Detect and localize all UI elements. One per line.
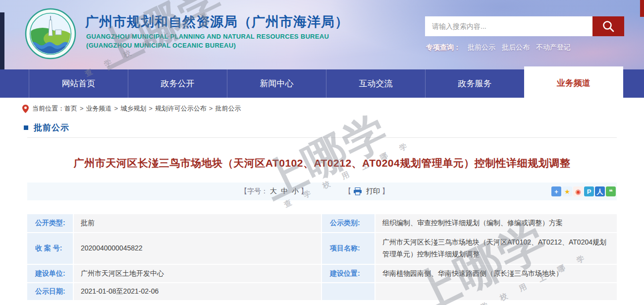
info-label-r3-c1: 建设单位:: [27, 265, 73, 282]
info-label-r4-c1: 公示日期:: [27, 283, 73, 300]
font-size-small[interactable]: 小: [292, 187, 299, 195]
quick-link-1[interactable]: 批前公示: [468, 43, 495, 51]
breadcrumb-separator: >: [209, 105, 213, 112]
print-label: 打印: [366, 187, 380, 196]
main-nav: 网站首页政务公开新闻中心互动交流政务服务业务频道: [0, 69, 644, 98]
info-value-r4-c1: 2021-01-08至2021-02-06: [74, 283, 321, 300]
info-value-r1-c2: 组织编制、审查控制性详细规划（编制、修编或调整）方案: [376, 214, 617, 232]
info-value-r2-c2: 广州市天河区长湴三鸟市场地块（天河区AT0102、AT0212、AT0204规划…: [376, 233, 617, 264]
font-size-medium[interactable]: 中: [281, 187, 288, 195]
search-button[interactable]: [592, 16, 624, 36]
info-value-r3-c1: 广州市天河区土地开发中心: [74, 265, 321, 282]
nav-item-3[interactable]: 新闻中心: [227, 69, 326, 98]
quick-query-row: 专项查询： 批前公示批后公布不动产登记: [426, 43, 577, 52]
info-table: 公开类型:批前公示类别:组织编制、审查控制性详细规划（编制、修编或调整）方案收 …: [27, 214, 617, 300]
breadcrumb-link-5[interactable]: 批前公示: [215, 105, 241, 112]
print-bracket-close: 】: [382, 187, 389, 196]
breadcrumb-link-4[interactable]: 规划许可公示公布: [155, 105, 207, 112]
search-icon: [602, 20, 615, 33]
info-label-r4-c2: [322, 283, 375, 300]
search-input[interactable]: [425, 16, 592, 36]
breadcrumb-separator: >: [114, 105, 118, 112]
site-header: 广州市规划和自然资源局（广州市海洋局） GUANGZHOU MUNICIPAL …: [0, 0, 644, 69]
quick-links: 批前公示批后公布不动产登记: [468, 43, 577, 52]
breadcrumb-separator: >: [80, 105, 84, 112]
nav-item-1[interactable]: 网站首页: [29, 69, 128, 98]
article-title: 广州市天河区长湴三鸟市场地块（天河区AT0102、AT0212、AT0204规划…: [27, 156, 617, 170]
breadcrumb-separator: >: [149, 105, 153, 112]
font-size-large[interactable]: 大: [270, 187, 277, 195]
info-label-r3-c2: 建设位置:: [322, 265, 375, 282]
font-size-options: 大中小: [268, 187, 301, 196]
info-label-r2-c2: 项目名称:: [322, 233, 375, 264]
font-size-group: 【字号： 大中小 】: [240, 183, 308, 200]
print-bracket-open: 【: [344, 187, 351, 196]
nav-item-2[interactable]: 政务公开: [128, 69, 227, 98]
tencent-weibo-icon[interactable]: P: [584, 186, 594, 196]
page: 广州市规划和自然资源局（广州市海洋局） GUANGZHOU MUNICIPAL …: [0, 0, 644, 305]
share-bar: +★◉P人❝: [551, 186, 616, 196]
section-divider: [27, 137, 617, 138]
quick-link-3[interactable]: 不动产登记: [536, 43, 571, 51]
section-bullet-icon: [24, 125, 28, 130]
print-button[interactable]: 【 打印 】: [344, 183, 389, 200]
breadcrumb-link-1[interactable]: 首页: [64, 105, 77, 112]
top-right-red-strip: [640, 0, 644, 17]
site-search: [425, 16, 624, 36]
nav-item-4[interactable]: 互动交流: [326, 69, 425, 98]
info-value-r2-c1: 2020040000045822: [74, 233, 321, 264]
wechat-icon[interactable]: ❝: [606, 186, 616, 196]
nav-item-6[interactable]: 业务频道: [524, 66, 623, 98]
breadcrumb-items: 首页>业务频道>城乡规划>规划许可公示公布>批前公示: [64, 104, 241, 113]
section-title: 批前公示: [34, 122, 69, 133]
section-head: 批前公示: [24, 122, 69, 133]
breadcrumb-link-3[interactable]: 城乡规划: [120, 105, 146, 112]
bureau-emblem-logo: [25, 8, 76, 60]
share-plus-icon[interactable]: +: [551, 186, 561, 196]
quick-link-2[interactable]: 批后公布: [502, 43, 530, 51]
site-subtitle-en-2: (GUANGZHOU MUNICIPAL OCEANIC BUREAU): [86, 42, 236, 49]
info-value-r3-c2: 华南植物园南侧、华南快速路西侧（原长湴三鸟市场地块）: [376, 265, 617, 282]
printer-icon: [353, 187, 362, 195]
favorite-star-icon[interactable]: ★: [562, 186, 572, 196]
font-size-label: 【字号：: [240, 187, 268, 196]
breadcrumb-link-2[interactable]: 业务频道: [86, 105, 112, 112]
article-toolbar: 【字号： 大中小 】 【 打印 】 +★◉P人❝: [27, 183, 617, 200]
quick-query-label: 专项查询：: [426, 43, 461, 52]
info-label-r1-c1: 公开类型:: [27, 214, 73, 232]
info-label-r2-c1: 收 案 号:: [27, 233, 73, 264]
location-pin-icon: [22, 105, 29, 113]
info-label-r1-c2: 公示类别:: [322, 214, 375, 232]
site-title: 广州市规划和自然资源局（广州市海洋局）: [85, 13, 349, 31]
left-edge-strip: [0, 12, 4, 69]
info-value-r4-c2: [376, 283, 617, 300]
breadcrumb-label: 当前位置：: [32, 104, 64, 113]
sina-weibo-icon[interactable]: ◉: [573, 186, 583, 196]
nav-item-5[interactable]: 政务服务: [425, 69, 524, 98]
renren-icon[interactable]: 人: [595, 186, 605, 196]
site-subtitle-en-1: GUANGZHOU MUNICIPAL PLANNING AND NATURAL…: [86, 33, 329, 40]
font-size-bracket-close: 】: [301, 187, 308, 196]
info-value-r1-c1: 批前: [74, 214, 321, 232]
breadcrumb: 当前位置： 首页>业务频道>城乡规划>规划许可公示公布>批前公示: [22, 104, 241, 113]
